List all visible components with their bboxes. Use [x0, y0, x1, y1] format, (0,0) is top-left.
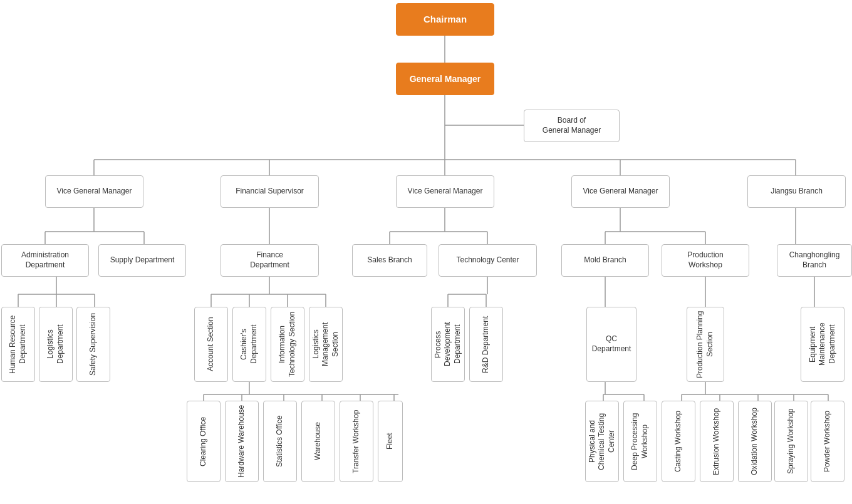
clearing-office-node: Clearing Office [187, 401, 221, 482]
extrusion-label: Extrusion Workshop [712, 408, 722, 475]
tech-center-label: Technology Center [456, 255, 519, 265]
powder-label: Powder Workshop [823, 411, 833, 472]
deep-proc-label: Deep Processing Workshop [630, 404, 650, 479]
warehouse-node: Warehouse [301, 401, 335, 482]
jiangsu-branch-node: Jiangsu Branch [747, 175, 846, 208]
info-tech-node: Information Technology Section [271, 307, 304, 382]
qc-dept-node: QC Department [586, 307, 636, 382]
statistics-office-label: Statistics Office [275, 416, 285, 467]
transfer-workshop-node: Transfer Workshop [340, 401, 373, 482]
clearing-office-label: Clearing Office [199, 416, 209, 466]
supply-dept-label: Supply Department [110, 255, 175, 265]
logistics-dept-node: Logistics Department [39, 307, 73, 382]
admin-dept-node: AdministrationDepartment [1, 244, 89, 277]
board-gm-node: Board ofGeneral Manager [524, 110, 620, 142]
process-dev-label: Process Development Department [434, 310, 463, 379]
equip-maint-label: Equipment Maintenance Department [808, 310, 838, 379]
info-tech-label: Information Technology Section [278, 310, 297, 379]
chairman-label: Chairman [423, 13, 467, 26]
rd-dept-node: R&D Department [469, 307, 503, 382]
powder-node: Powder Workshop [811, 401, 844, 482]
finance-dept-node: FinanceDepartment [221, 244, 319, 277]
vgm3-node: Vice General Manager [571, 175, 670, 208]
vgm2-node: Vice General Manager [396, 175, 494, 208]
process-dev-node: Process Development Department [431, 307, 465, 382]
sales-branch-node: Sales Branch [352, 244, 427, 277]
cashier-dept-label: Cashier's Department [239, 310, 259, 379]
prod-plan-node: Production Planning Section [687, 307, 724, 382]
hardware-warehouse-label: Hardware Warehouse [237, 405, 247, 478]
human-resource-node: Human Resource Department [1, 307, 35, 382]
finance-dept-label: FinanceDepartment [250, 250, 289, 270]
logistics-mgmt-node: Logistics Management Section [309, 307, 343, 382]
warehouse-label: Warehouse [313, 423, 323, 461]
fleet-label: Fleet [385, 433, 395, 450]
hardware-warehouse-node: Hardware Warehouse [225, 401, 259, 482]
chairman-node: Chairman [396, 3, 494, 36]
changhongling-label: ChanghonglingBranch [789, 250, 840, 270]
prod-plan-label: Production Planning Section [695, 310, 715, 379]
sales-branch-label: Sales Branch [367, 255, 412, 265]
oxidation-node: Oxidation Workshop [738, 401, 772, 482]
spraying-node: Spraying Workshop [774, 401, 808, 482]
org-chart: Chairman General Manager Board ofGeneral… [0, 0, 852, 504]
financial-supervisor-label: Financial Supervisor [236, 187, 304, 197]
transfer-workshop-label: Transfer Workshop [351, 409, 361, 473]
mold-branch-label: Mold Branch [584, 255, 626, 265]
tech-center-node: Technology Center [439, 244, 537, 277]
board-gm-label: Board ofGeneral Manager [543, 116, 601, 135]
casting-label: Casting Workshop [673, 411, 683, 472]
financial-supervisor-node: Financial Supervisor [221, 175, 319, 208]
phys-chem-node: Physical and Chemical Testing Center [585, 401, 619, 482]
vgm3-label: Vice General Manager [583, 187, 658, 197]
production-workshop-label: ProductionWorkshop [687, 250, 723, 270]
human-resource-label: Human Resource Department [8, 310, 28, 379]
vgm1-node: Vice General Manager [45, 175, 143, 208]
production-workshop-node: ProductionWorkshop [662, 244, 749, 277]
equip-maint-node: Equipment Maintenance Department [801, 307, 844, 382]
rd-dept-label: R&D Department [481, 316, 491, 373]
fleet-node: Fleet [378, 401, 403, 482]
deep-proc-node: Deep Processing Workshop [623, 401, 657, 482]
safety-supervision-node: Safety Supervision [76, 307, 110, 382]
phys-chem-label: Physical and Chemical Testing Center [588, 404, 617, 479]
admin-dept-label: AdministrationDepartment [21, 250, 69, 270]
mold-branch-node: Mold Branch [561, 244, 649, 277]
changhongling-node: ChanghonglingBranch [777, 244, 852, 277]
spraying-label: Spraying Workshop [786, 409, 796, 475]
vgm1-label: Vice General Manager [57, 187, 132, 197]
general-manager-node: General Manager [396, 63, 494, 95]
casting-node: Casting Workshop [662, 401, 695, 482]
account-section-node: Account Section [194, 307, 228, 382]
logistics-mgmt-label: Logistics Management Section [311, 310, 341, 379]
extrusion-node: Extrusion Workshop [700, 401, 734, 482]
logistics-dept-label: Logistics Department [46, 310, 65, 379]
jiangsu-branch-label: Jiangsu Branch [771, 187, 823, 197]
supply-dept-node: Supply Department [98, 244, 186, 277]
qc-dept-label: QC Department [591, 334, 632, 354]
cashier-dept-node: Cashier's Department [232, 307, 266, 382]
oxidation-label: Oxidation Workshop [750, 408, 760, 475]
account-section-label: Account Section [206, 317, 216, 372]
safety-supervision-label: Safety Supervision [88, 313, 98, 376]
statistics-office-node: Statistics Office [263, 401, 297, 482]
vgm2-label: Vice General Manager [408, 187, 483, 197]
general-manager-label: General Manager [410, 73, 481, 85]
